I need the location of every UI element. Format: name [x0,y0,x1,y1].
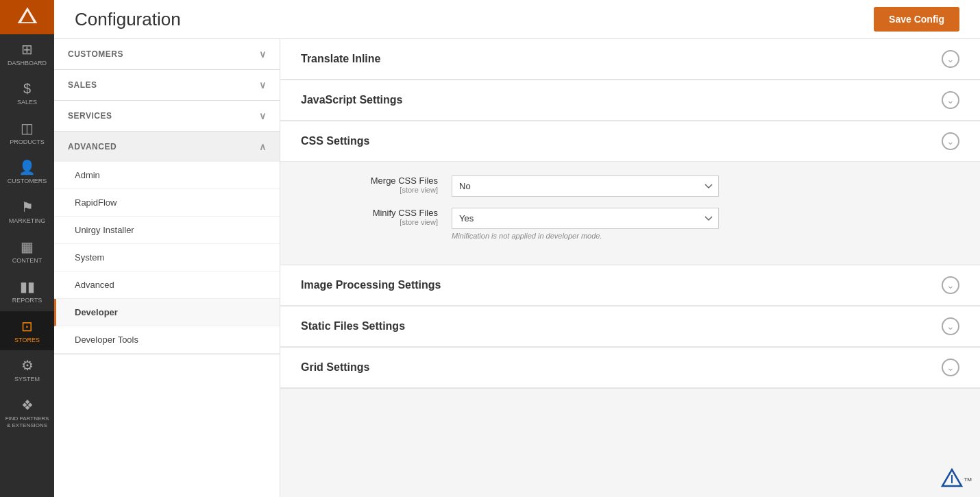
config-section-translate-inline-header[interactable]: Translate Inline ⌄ [280,39,980,80]
sidebar-item-reports[interactable]: ▮▮ REPORTS [0,271,54,311]
sidebar-item-unirgy[interactable]: Unirgy Installer [54,217,280,244]
tm-label: TM [964,476,972,483]
sidebar-section-services: SERVICES ∨ [54,101,280,132]
toggle-css-button[interactable]: ⌄ [942,132,959,150]
javascript-settings-title: JavaScript Settings [301,94,403,106]
sidebar-item-dashboard[interactable]: ⊞ DASHBOARD [0,34,54,74]
merge-css-label: Merge CSS Files [301,175,438,186]
sidebar-section-customers-header[interactable]: CUSTOMERS ∨ [54,39,280,69]
stores-icon: ⊡ [21,318,33,335]
sidebar-item-marketing[interactable]: ⚑ MARKETING [0,192,54,232]
config-section-css-header[interactable]: CSS Settings ⌄ [280,121,980,162]
config-section-translate-inline: Translate Inline ⌄ [280,39,980,80]
sidebar-item-sales[interactable]: $ SALES [0,74,54,113]
dashboard-icon: ⊞ [21,41,33,58]
static-files-title: Static Files Settings [301,320,405,332]
toggle-translate-inline-button[interactable]: ⌄ [942,50,959,68]
sidebar-section-customers-label: CUSTOMERS [68,49,123,59]
sidebar-section-sales-header[interactable]: SALES ∨ [54,70,280,100]
sidebar-section-sales: SALES ∨ [54,70,280,101]
config-section-css: CSS Settings ⌄ Merge CSS Files [store vi… [280,121,980,265]
reports-icon: ▮▮ [20,278,35,295]
sidebar-section-advanced: ADVANCED ∧ Admin RapidFlow Unirgy Instal… [54,132,280,354]
image-processing-title: Image Processing Settings [301,279,441,291]
magento-tm-badge: TM [941,468,972,490]
sidebar-section-services-label: SERVICES [68,111,112,121]
toggle-static-files-button[interactable]: ⌄ [942,317,959,335]
app-logo[interactable] [0,0,54,34]
config-section-static-files-header[interactable]: Static Files Settings ⌄ [280,306,980,347]
sidebar-item-system[interactable]: System [54,244,280,271]
css-settings-title: CSS Settings [301,135,369,147]
sidebar-section-advanced-header[interactable]: ADVANCED ∧ [54,132,280,162]
minify-css-hint: Minification is not applied in developer… [452,232,959,240]
customers-icon: 👤 [19,159,36,175]
main-panel: Translate Inline ⌄ JavaScript Settings ⌄ [280,39,980,497]
sidebar-section-services-header[interactable]: SERVICES ∨ [54,101,280,131]
chevron-down-icon: ∨ [259,110,267,121]
sales-icon: $ [23,81,31,97]
chevron-up-icon: ∧ [259,141,267,152]
sidebar-section-sales-label: SALES [68,80,97,90]
merge-css-select[interactable]: No Yes [452,175,719,197]
toggle-javascript-button[interactable]: ⌄ [942,91,959,109]
chevron-down-icon: ∨ [259,49,267,60]
sidebar-item-customers[interactable]: 👤 CUSTOMERS [0,152,54,192]
sidebar-section-advanced-label: ADVANCED [68,142,117,151]
css-settings-body: Merge CSS Files [store view] No Yes [280,162,980,265]
products-icon: ◫ [21,120,34,136]
chevron-down-icon: ⌄ [946,362,955,373]
merge-css-sublabel: [store view] [301,186,438,194]
translate-inline-title: Translate Inline [301,53,380,65]
chevron-down-icon: ∨ [259,80,267,90]
save-config-button[interactable]: Save Config [874,7,959,32]
config-section-grid: Grid Settings ⌄ [280,348,980,389]
minify-css-label: Minify CSS Files [301,208,438,218]
chevron-up-icon: ⌄ [946,136,955,147]
sidebar-item-rapidflow[interactable]: RapidFlow [54,189,280,217]
sidebar-item-advanced[interactable]: Advanced [54,271,280,299]
config-section-grid-header[interactable]: Grid Settings ⌄ [280,348,980,388]
sidebar-item-partners[interactable]: ❖ FIND PARTNERS & EXTENSIONS [0,390,54,435]
main-area: Configuration Save Config CUSTOMERS ∨ SA… [54,0,980,497]
chevron-down-icon: ⌄ [946,53,955,64]
toggle-grid-settings-button[interactable]: ⌄ [942,359,959,376]
partners-icon: ❖ [21,397,34,413]
sidebar-item-developer[interactable]: Developer [54,299,280,326]
page-title: Configuration [75,9,181,30]
config-section-javascript: JavaScript Settings ⌄ [280,80,980,121]
chevron-down-icon: ⌄ [946,95,955,106]
minify-css-sublabel: [store view] [301,218,438,226]
marketing-icon: ⚑ [21,199,34,215]
merge-css-row: Merge CSS Files [store view] No Yes [301,175,959,197]
content-area: CUSTOMERS ∨ SALES ∨ SERVICES ∨ [54,39,980,497]
sidebar-item-products[interactable]: ◫ PRODUCTS [0,113,54,153]
sidebar-item-stores[interactable]: ⊡ STORES [0,311,54,351]
sidebar-item-system[interactable]: ⚙ SYSTEM [0,350,54,390]
config-section-image-processing-header[interactable]: Image Processing Settings ⌄ [280,265,980,306]
chevron-down-icon: ⌄ [946,321,955,332]
sidebar-section-customers: CUSTOMERS ∨ [54,39,280,70]
minify-css-row: Minify CSS Files [store view] No Yes Min… [301,208,959,240]
sidebar-item-content[interactable]: ▦ CONTENT [0,232,54,271]
grid-settings-title: Grid Settings [301,361,369,374]
left-navigation: ⊞ DASHBOARD $ SALES ◫ PRODUCTS 👤 CUSTOME… [0,0,54,497]
sidebar-item-admin[interactable]: Admin [54,162,280,189]
config-sidebar: CUSTOMERS ∨ SALES ∨ SERVICES ∨ [54,39,280,497]
system-icon: ⚙ [21,357,34,374]
config-section-static-files: Static Files Settings ⌄ [280,306,980,348]
chevron-down-icon: ⌄ [946,280,955,291]
toggle-image-processing-button[interactable]: ⌄ [942,276,959,294]
sidebar-item-developer-tools[interactable]: Developer Tools [54,326,280,354]
config-section-image-processing: Image Processing Settings ⌄ [280,265,980,306]
config-section-javascript-header[interactable]: JavaScript Settings ⌄ [280,80,980,121]
top-bar: Configuration Save Config [54,0,980,39]
minify-css-select[interactable]: No Yes [452,208,719,229]
content-icon: ▦ [21,239,34,255]
